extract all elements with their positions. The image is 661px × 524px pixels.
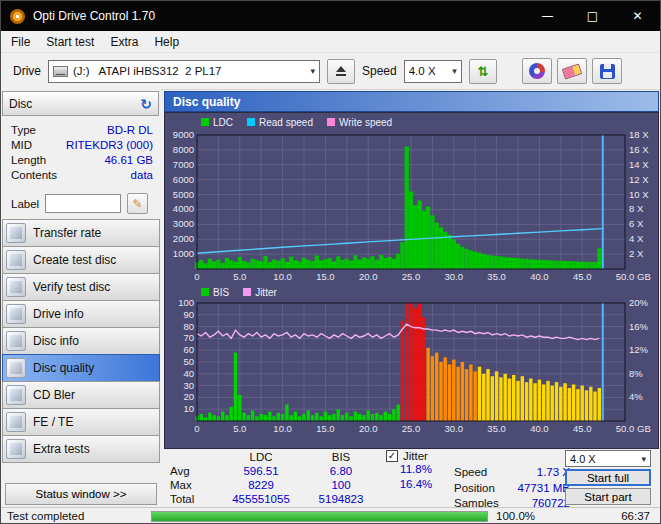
sidebar-item-label: Transfer rate bbox=[33, 226, 101, 240]
minimize-button[interactable]: — bbox=[525, 1, 570, 31]
maximize-button[interactable]: □ bbox=[570, 1, 615, 31]
svg-text:4000: 4000 bbox=[173, 203, 194, 214]
legend-item-jitter: Jitter bbox=[243, 287, 277, 298]
results-bis-value: 5194823 bbox=[312, 492, 370, 506]
results-corner bbox=[170, 450, 210, 464]
cd-bler-icon bbox=[6, 385, 26, 405]
svg-text:8%: 8% bbox=[629, 368, 643, 379]
label-edit-icon: ✎ bbox=[133, 197, 143, 211]
results-bis-value: 6.80 bbox=[312, 464, 370, 478]
legend-swatch bbox=[243, 288, 251, 296]
svg-text:30.0: 30.0 bbox=[445, 271, 464, 282]
drive-label: Drive bbox=[13, 64, 41, 78]
start-full-button[interactable]: Start full bbox=[565, 469, 651, 486]
legend-item-write-speed: Write speed bbox=[327, 117, 392, 128]
scan-stats: Speed1.73 XPosition47731 MBSamples760722 bbox=[454, 465, 570, 512]
close-button[interactable]: ✕ bbox=[615, 1, 660, 31]
svg-text:10 X: 10 X bbox=[629, 189, 649, 200]
refresh-drive-button[interactable]: ⇅ bbox=[469, 59, 497, 84]
sidebar-item-disc-info[interactable]: Disc info bbox=[2, 327, 160, 355]
panel-header: Disc quality bbox=[164, 91, 659, 112]
sidebar-item-disc-quality[interactable]: Disc quality bbox=[2, 354, 160, 382]
jitter-checkbox[interactable]: ✓ bbox=[386, 450, 398, 462]
svg-text:3000: 3000 bbox=[173, 218, 194, 229]
menu-help[interactable]: Help bbox=[146, 33, 187, 51]
sidebar-item-label: Disc info bbox=[33, 334, 79, 348]
window-controls: — □ ✕ bbox=[525, 1, 660, 31]
info-label: Contents bbox=[11, 169, 57, 181]
stat-value-speed: 1.73 X bbox=[506, 465, 570, 481]
svg-text:20.0: 20.0 bbox=[359, 271, 378, 282]
info-value: RITEKDR3 (000) bbox=[66, 139, 153, 151]
svg-text:15.0: 15.0 bbox=[316, 271, 335, 282]
start-part-button[interactable]: Start part bbox=[565, 488, 651, 505]
sidebar-item-label: Disc quality bbox=[33, 361, 94, 375]
elapsed-time: 66:37 bbox=[621, 510, 650, 522]
status-window-button[interactable]: Status window >> bbox=[5, 483, 157, 505]
legend-swatch bbox=[327, 118, 335, 126]
window-title: Opti Drive Control 1.70 bbox=[33, 9, 155, 23]
speed-select[interactable]: 4.0 X ▾ bbox=[404, 60, 462, 83]
sidebar-item-cd-bler[interactable]: CD Bler bbox=[2, 381, 160, 409]
titlebar: Opti Drive Control 1.70 — □ ✕ bbox=[1, 1, 660, 31]
app-window: Opti Drive Control 1.70 — □ ✕ FileStart … bbox=[0, 0, 661, 524]
jitter-block: ✓ Jitter 11.8% 16.4% bbox=[386, 450, 456, 492]
refresh-disc-icon[interactable]: ↻ bbox=[140, 96, 152, 112]
menu-extra[interactable]: Extra bbox=[102, 33, 146, 51]
bis-jitter-chart: 10090807060504030201020%16%12%8%4%05.010… bbox=[165, 299, 658, 439]
info-value: 46.61 GB bbox=[104, 154, 153, 166]
scan-speed-select[interactable]: 4.0 X ▾ bbox=[565, 450, 651, 467]
svg-text:4 X: 4 X bbox=[629, 233, 644, 244]
label-edit-button[interactable]: ✎ bbox=[127, 193, 148, 214]
eraser-icon bbox=[562, 63, 583, 79]
svg-text:12%: 12% bbox=[629, 344, 649, 355]
chevron-down-icon: ▾ bbox=[452, 66, 457, 76]
drive-info-icon bbox=[6, 304, 26, 324]
sidebar-item-transfer-rate[interactable]: Transfer rate bbox=[2, 219, 160, 247]
svg-text:7000: 7000 bbox=[173, 159, 194, 170]
sidebar-item-label: CD Bler bbox=[33, 388, 75, 402]
scan-controls: 4.0 X ▾ Start full Start part bbox=[565, 450, 651, 505]
save-button[interactable] bbox=[592, 58, 622, 84]
eject-button[interactable] bbox=[327, 59, 355, 84]
stat-label-position: Position bbox=[454, 481, 506, 497]
disc-info-row: Contentsdata bbox=[1, 167, 161, 182]
disc-panel-title: Disc bbox=[9, 97, 32, 111]
drive-select[interactable]: (J:) ATAPI iHBS312 2 PL17 ▾ bbox=[48, 60, 320, 83]
disc-test-button[interactable] bbox=[522, 58, 552, 84]
app-icon bbox=[10, 9, 25, 24]
svg-text:1000: 1000 bbox=[173, 248, 194, 259]
disc-label-input[interactable] bbox=[45, 194, 121, 213]
sidebar-item-fe-te[interactable]: FE / TE bbox=[2, 408, 160, 436]
svg-text:25.0: 25.0 bbox=[402, 423, 421, 434]
menu-file[interactable]: File bbox=[3, 33, 38, 51]
svg-text:9000: 9000 bbox=[173, 129, 194, 140]
main-panel: Disc quality LDCRead speedWrite speed 90… bbox=[161, 89, 661, 507]
erase-disc-button[interactable] bbox=[557, 58, 587, 84]
svg-text:40.0: 40.0 bbox=[530, 271, 549, 282]
svg-text:0: 0 bbox=[194, 423, 199, 434]
save-icon bbox=[600, 64, 615, 79]
svg-text:4%: 4% bbox=[629, 391, 643, 402]
svg-text:30: 30 bbox=[183, 380, 194, 391]
results-table: LDCBISAvg596.516.80Max8229100Total455551… bbox=[170, 450, 370, 506]
results-panel: LDCBISAvg596.516.80Max8229100Total455551… bbox=[164, 449, 659, 507]
sidebar-item-verify-test-disc[interactable]: Verify test disc bbox=[2, 273, 160, 301]
svg-text:20%: 20% bbox=[629, 299, 649, 308]
svg-text:35.0: 35.0 bbox=[487, 423, 506, 434]
disc-info-row: MIDRITEKDR3 (000) bbox=[1, 137, 161, 152]
svg-text:GB: GB bbox=[637, 271, 651, 282]
sidebar-item-drive-info[interactable]: Drive info bbox=[2, 300, 160, 328]
svg-text:20.0: 20.0 bbox=[359, 423, 378, 434]
ldc-chart-legend: LDCRead speedWrite speed bbox=[165, 115, 658, 129]
sidebar-item-extra-tests[interactable]: Extra tests bbox=[2, 435, 160, 463]
legend-swatch bbox=[201, 288, 209, 296]
results-bis-value: 100 bbox=[312, 478, 370, 492]
menu-start-test[interactable]: Start test bbox=[38, 33, 102, 51]
info-value: BD-R DL bbox=[107, 124, 153, 136]
legend-label: Write speed bbox=[339, 117, 392, 128]
disc-label-caption: Label bbox=[11, 198, 39, 210]
sidebar-item-create-test-disc[interactable]: Create test disc bbox=[2, 246, 160, 274]
svg-text:10.0: 10.0 bbox=[273, 423, 292, 434]
svg-text:100: 100 bbox=[178, 299, 194, 308]
